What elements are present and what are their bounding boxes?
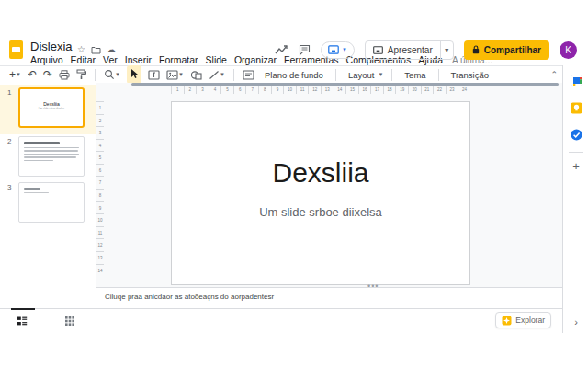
slide-page[interactable]: Dexsliia Um slide srboe diixelsa [171,101,470,285]
h-ruler-tick: 19 [395,86,408,94]
h-ruler-tick: 13 [321,86,334,94]
account-avatar[interactable]: K [560,41,577,59]
text-box-button[interactable] [148,70,160,80]
slide-1-preview[interactable]: Dexsliia Um slide srboe diixelsa [18,87,85,128]
h-ruler-tick: 3 [196,86,209,94]
present-button[interactable]: Apresentar ▼ [365,40,454,60]
tasks-icon[interactable] [570,128,582,141]
insert-shape-button[interactable] [190,70,202,80]
collapse-panel-icon[interactable]: › [563,316,588,328]
horizontal-scrollbar[interactable] [131,83,559,86]
active-view-indicator [11,308,35,310]
filmstrip-view-button[interactable] [13,315,31,328]
activity-trend-icon[interactable] [275,45,288,54]
v-ruler-tick: 6 [96,164,104,177]
collapse-menus-icon[interactable]: ⌃ [550,70,558,79]
slide-2-preview[interactable] [18,136,85,177]
v-ruler-tick: 5 [96,151,104,164]
v-ruler-tick: 9 [96,201,104,214]
background-button[interactable]: Plano de fundo [261,70,327,80]
transition-button[interactable]: Transição [447,70,492,80]
h-ruler-tick: 1 [171,86,184,94]
slide-subtitle-textbox[interactable]: Um slide srboe diixelsa [172,205,469,219]
h-ruler-tick: 16 [358,86,371,94]
select-tool-button[interactable] [127,65,141,84]
slides-logo-icon[interactable] [9,40,23,59]
toolbar-separator [438,69,439,81]
slide-thumbnail-2[interactable]: 2 [0,133,96,183]
grid-view-button[interactable] [61,315,79,328]
h-ruler-tick: 9 [271,86,284,94]
toolbar: +▼ ↶ ↷ ▼ ▼ ▼ [0,66,562,83]
h-ruler-tick: 20 [408,86,421,94]
h-ruler-tick: 4 [209,86,221,94]
undo-button[interactable]: ↶ [28,68,37,81]
slide-title-textbox[interactable]: Dexsliia [172,157,469,189]
h-ruler-tick: 23 [446,86,458,94]
speaker-notes-placeholder[interactable]: Ciluqe praa anicdaor as atoõeaçns do aor… [105,293,274,301]
v-ruler-tick: 12 [96,238,104,251]
slide-number: 2 [7,137,11,145]
toolbar-separator [233,69,234,81]
bottom-bar: Explorar [0,308,562,333]
toolbar-separator [391,69,392,81]
new-slide-button[interactable]: +▼ [9,68,21,81]
menu-item-editar[interactable]: Editar [71,54,96,65]
speaker-notes-area[interactable]: Ciluqe praa anicdaor as atoõeaçns do aor… [96,288,562,308]
insert-image-button[interactable]: ▼ [166,70,184,80]
slide-canvas: 123456789101112131415161718192021222324 … [96,83,562,287]
h-ruler-tick: 17 [370,86,383,94]
v-ruler-tick: 2 [96,114,104,127]
present-icon [373,46,383,54]
lock-icon [472,45,480,54]
slideshow-mode-button[interactable]: ▼ [321,41,355,59]
menu-item-arquivo[interactable]: Arquivo [30,54,63,65]
insert-placeholder-button[interactable] [243,70,254,80]
v-ruler-tick: 14 [96,264,104,277]
menu-item-formatar[interactable]: Formatar [159,54,198,65]
h-ruler-tick: 21 [421,86,434,94]
v-ruler-tick: 11 [96,226,104,239]
v-ruler-tick: 10 [96,213,104,226]
redo-button[interactable]: ↷ [43,68,52,81]
explore-button[interactable]: Explorar [495,312,551,328]
strip-divider [569,152,583,153]
menu-item-ver[interactable]: Ver [103,54,118,65]
share-button[interactable]: Compartilhar [464,40,549,60]
slide-3-preview[interactable] [18,182,85,223]
layout-button[interactable]: Layout▼ [345,70,383,80]
header-actions: ▼ Apresentar ▼ Compartilhar K [275,39,577,61]
slide-thumbnail-1[interactable]: 1 Dexsliia Um slide srboe diixelsa [0,85,96,134]
document-title[interactable]: Dislexia [30,40,73,53]
theme-button[interactable]: Tema [401,70,429,80]
present-options-caret[interactable]: ▼ [440,41,453,59]
print-button[interactable] [59,70,70,80]
h-ruler-tick: 10 [283,86,296,94]
add-addon-button[interactable]: + [563,159,588,173]
calendar-icon[interactable] [570,74,582,86]
h-ruler-tick: 22 [433,86,446,94]
vertical-ruler: 1234567891011121314 [96,101,104,276]
zoom-button[interactable]: ▼ [104,69,120,80]
toolbar-separator [335,69,336,81]
v-ruler-tick: 4 [96,139,104,152]
slide-number: 3 [7,183,11,191]
comment-icon[interactable] [299,44,311,56]
present-label: Apresentar [388,45,433,55]
h-ruler-tick: 6 [233,86,246,94]
keep-icon[interactable] [570,101,582,114]
menu-item-slide[interactable]: Slide [206,54,227,65]
insert-line-button[interactable]: ▼ [209,70,225,80]
v-ruler-tick: 8 [96,189,104,201]
menu-item-inserir[interactable]: Inserir [125,54,152,65]
slide-thumbnail-3[interactable]: 3 [0,179,96,229]
thumb-subtitle-text: Um slide srboe diixelsa [34,107,68,109]
h-ruler-tick: 8 [258,86,271,94]
explore-icon [502,316,512,326]
h-ruler-tick: 18 [383,86,396,94]
chevron-down-icon: ▼ [342,47,347,52]
menu-item-organizar[interactable]: Organizar [234,54,277,65]
toolbar-separator [95,69,96,81]
grid-view-icon [64,316,75,327]
paint-format-button[interactable] [76,69,86,80]
